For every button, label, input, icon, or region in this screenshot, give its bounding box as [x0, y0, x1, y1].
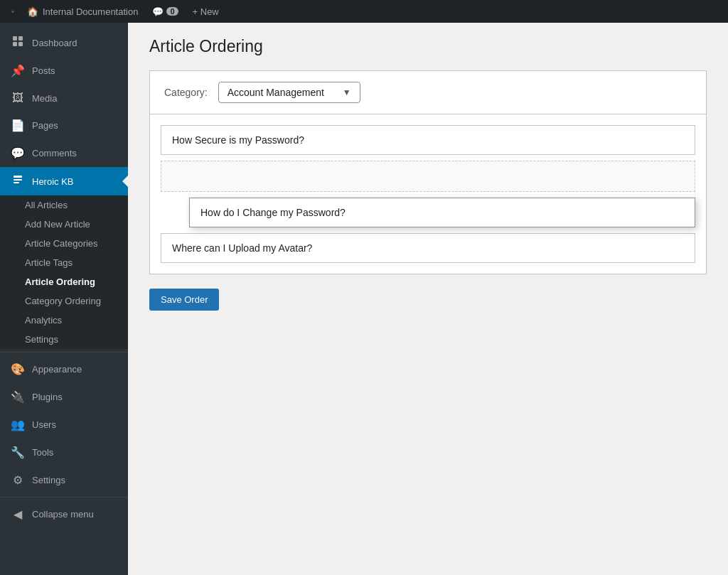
article-title-1: How Secure is my Password?	[172, 134, 304, 146]
sidebar-item-comments[interactable]: 💬 Comments	[0, 139, 128, 167]
comments-icon: 💬	[11, 146, 25, 160]
appearance-icon: 🎨	[11, 362, 25, 376]
svg-rect-6	[14, 176, 22, 178]
article-placeholder-2	[161, 161, 695, 192]
submenu-all-articles[interactable]: All Articles	[0, 195, 128, 215]
comments-link[interactable]: 💬 0	[145, 0, 185, 23]
submenu-article-categories[interactable]: Article Categories	[0, 234, 128, 253]
settings-icon: ⚙	[11, 473, 25, 487]
collapse-menu[interactable]: ◀ Collapse menu	[0, 500, 128, 528]
category-select[interactable]: Account Management ▼	[218, 82, 360, 103]
chevron-down-icon: ▼	[343, 87, 351, 97]
sidebar-item-pages[interactable]: 📄 Pages	[0, 112, 128, 139]
main-layout: Dashboard 📌 Posts 🖼 Media 📄 Pages 💬 Comm…	[0, 23, 728, 575]
heroickb-icon	[11, 174, 25, 188]
sidebar-divider-2	[0, 497, 128, 498]
articles-container: How Secure is my Password? How do I Chan…	[149, 114, 707, 274]
admin-bar: W 🏠 Internal Documentation 💬 0 + New	[0, 0, 728, 23]
article-dragging-2[interactable]: How do I Change my Password?	[189, 198, 695, 227]
pages-icon: 📄	[11, 119, 25, 132]
wp-logo[interactable]: W	[6, 4, 20, 18]
users-icon: 👥	[11, 418, 25, 431]
sidebar: Dashboard 📌 Posts 🖼 Media 📄 Pages 💬 Comm…	[0, 23, 128, 575]
tools-icon: 🔧	[11, 446, 25, 459]
article-drag-area: How do I Change my Password?	[161, 161, 695, 227]
submenu-settings[interactable]: Settings	[0, 330, 128, 349]
sidebar-item-posts[interactable]: 📌 Posts	[0, 57, 128, 85]
new-content[interactable]: + New	[186, 0, 226, 23]
category-bar: Category: Account Management ▼	[149, 70, 707, 114]
sidebar-item-tools[interactable]: 🔧 Tools	[0, 439, 128, 466]
save-order-button[interactable]: Save Order	[149, 289, 219, 311]
svg-rect-7	[14, 179, 22, 181]
site-name[interactable]: 🏠 Internal Documentation	[20, 0, 145, 23]
comment-icon: 💬	[152, 6, 164, 17]
sidebar-item-heroickb[interactable]: Heroic KB	[0, 167, 128, 195]
submenu-analytics[interactable]: Analytics	[0, 311, 128, 330]
content-area: Article Ordering Category: Account Manag…	[128, 23, 728, 575]
article-title-3: Where can I Upload my Avatar?	[172, 242, 312, 254]
category-label: Category:	[164, 87, 208, 98]
collapse-icon: ◀	[11, 507, 25, 521]
svg-rect-4	[13, 42, 17, 46]
sidebar-item-plugins[interactable]: 🔌 Plugins	[0, 383, 128, 411]
sidebar-item-settings[interactable]: ⚙ Settings	[0, 466, 128, 494]
submenu-category-ordering[interactable]: Category Ordering	[0, 291, 128, 311]
sidebar-item-appearance[interactable]: 🎨 Appearance	[0, 355, 128, 383]
page-title: Article Ordering	[149, 37, 707, 56]
sidebar-divider-1	[0, 352, 128, 353]
svg-rect-8	[14, 182, 19, 183]
submenu-add-new-article[interactable]: Add New Article	[0, 215, 128, 234]
submenu-article-ordering[interactable]: Article Ordering	[0, 272, 128, 291]
article-title-2: How do I Change my Password?	[200, 207, 346, 218]
sidebar-item-dashboard[interactable]: Dashboard	[0, 28, 128, 57]
svg-rect-3	[18, 36, 23, 41]
plugins-icon: 🔌	[11, 390, 25, 404]
home-icon: 🏠	[27, 6, 38, 17]
category-select-value: Account Management	[228, 87, 324, 98]
sidebar-item-media[interactable]: 🖼 Media	[0, 85, 128, 112]
article-item-1[interactable]: How Secure is my Password?	[161, 125, 695, 155]
article-item-3[interactable]: Where can I Upload my Avatar?	[161, 233, 695, 263]
svg-rect-5	[18, 42, 23, 46]
heroickb-submenu: All Articles Add New Article Article Cat…	[0, 195, 128, 349]
svg-rect-2	[13, 36, 17, 41]
sidebar-item-users[interactable]: 👥 Users	[0, 411, 128, 439]
media-icon: 🖼	[11, 92, 25, 104]
dashboard-icon	[11, 36, 25, 50]
submenu-article-tags[interactable]: Article Tags	[0, 253, 128, 272]
posts-icon: 📌	[11, 64, 25, 77]
